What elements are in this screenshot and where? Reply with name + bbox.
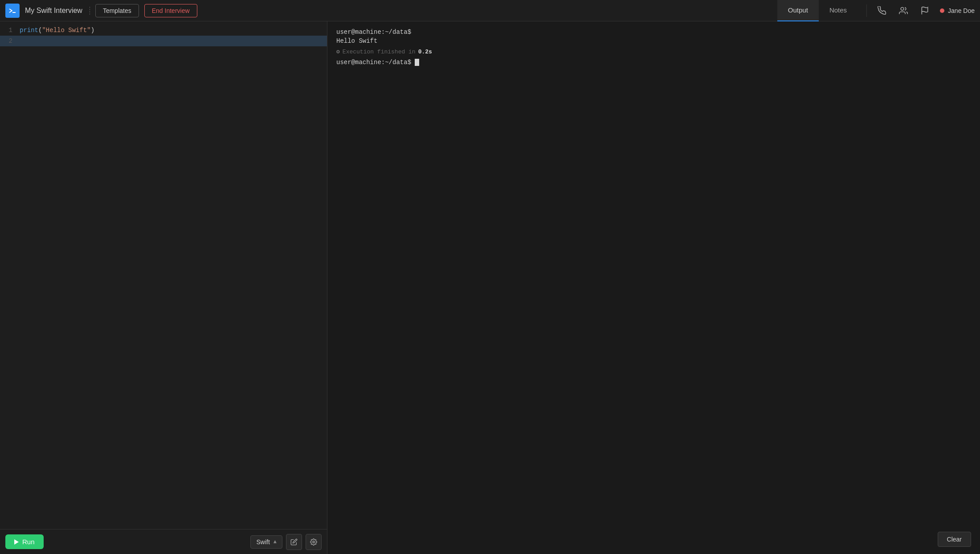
settings-icon-button[interactable]	[306, 534, 322, 550]
line-number-2: 2	[0, 36, 18, 46]
templates-button[interactable]: Templates	[95, 4, 139, 17]
code-line-1: 1 print("Hello Swift")	[0, 25, 327, 36]
interview-title: My Swift Interview	[25, 7, 90, 15]
execution-info: ⚙ Execution finished in 0.2s	[336, 48, 971, 55]
terminal-output: user@machine:~/data$ Hello Swift ⚙ Execu…	[327, 21, 980, 554]
svg-point-3	[313, 541, 314, 543]
terminal-cursor	[415, 59, 419, 66]
user-name: Jane Doe	[948, 7, 975, 14]
phone-icon-button[interactable]	[876, 4, 888, 17]
prompt2-text: user@machine:~/data$	[336, 59, 411, 66]
edit-icon-button[interactable]	[286, 534, 302, 550]
clear-button[interactable]: Clear	[938, 532, 971, 547]
main-content: 1 print("Hello Swift") 2 Run Swift ▲	[0, 21, 980, 554]
end-interview-button[interactable]: End Interview	[144, 4, 197, 17]
svg-point-1	[901, 7, 904, 10]
recording-dot	[940, 8, 944, 13]
info-icon: ⚙	[336, 48, 340, 55]
users-icon-button[interactable]	[897, 4, 910, 17]
exec-info-text: Execution finished in	[343, 49, 416, 55]
line-content-1: print("Hello Swift")	[18, 25, 327, 36]
editor-panel: 1 print("Hello Swift") 2 Run Swift ▲	[0, 21, 327, 554]
language-label: Swift	[256, 538, 270, 546]
header-right: Output Notes	[777, 0, 975, 21]
header: My Swift Interview Templates End Intervi…	[0, 0, 980, 21]
flag-icon-button[interactable]	[919, 4, 931, 17]
tab-output[interactable]: Output	[777, 0, 819, 21]
header-icons: Jane Doe	[866, 4, 975, 17]
prompt1-text: user@machine:~/data$	[336, 29, 411, 36]
chevron-up-icon: ▲	[274, 539, 277, 545]
terminal-output-line: Hello Swift	[336, 37, 971, 45]
line-content-2	[18, 36, 327, 46]
terminal-prompt-2: user@machine:~/data$	[336, 59, 971, 66]
terminal-icon	[5, 4, 20, 18]
user-indicator: Jane Doe	[940, 7, 975, 14]
code-line-2: 2	[0, 36, 327, 46]
exec-time-text: 0.2s	[418, 49, 432, 55]
run-triangle-icon	[14, 539, 19, 545]
terminal-prompt-1: user@machine:~/data$	[336, 29, 971, 36]
header-left: My Swift Interview Templates End Intervi…	[5, 4, 777, 18]
editor-toolbar: Run Swift ▲	[0, 529, 327, 554]
output-panel: user@machine:~/data$ Hello Swift ⚙ Execu…	[327, 21, 980, 554]
language-selector[interactable]: Swift ▲	[250, 535, 282, 549]
tab-notes[interactable]: Notes	[819, 0, 858, 21]
run-button[interactable]: Run	[5, 534, 44, 549]
run-label: Run	[22, 538, 35, 546]
line-number-1: 1	[0, 25, 18, 36]
code-area[interactable]: 1 print("Hello Swift") 2	[0, 21, 327, 529]
